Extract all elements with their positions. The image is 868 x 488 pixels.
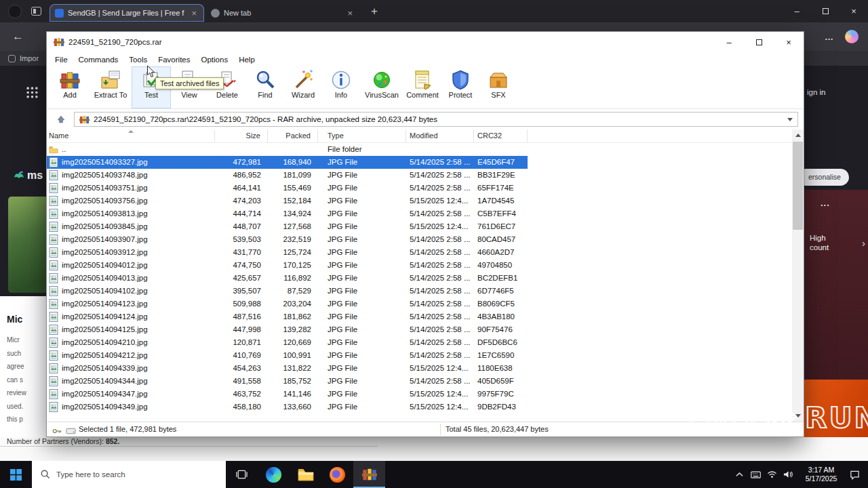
file-row[interactable]: img20250514094349.jpg 458,180 133,660 JP…: [47, 401, 528, 413]
winrar-maximize-button[interactable]: [744, 32, 774, 52]
toolbar-find-button[interactable]: Find: [246, 67, 284, 108]
column-header-crc32[interactable]: CRC32: [474, 129, 528, 142]
file-row[interactable]: img20250514093327.jpg 472,981 168,940 JP…: [47, 156, 528, 169]
column-header-modified[interactable]: Modified: [406, 129, 474, 142]
menu-options[interactable]: Options: [196, 56, 234, 64]
file-row[interactable]: img20250514093912.jpg 431,770 125,724 JP…: [47, 246, 528, 259]
toolbar-sfx-button[interactable]: SFX: [479, 67, 517, 108]
taskbar-edge-button[interactable]: [258, 461, 290, 488]
file-size-cell: 395,507: [215, 285, 268, 298]
browser-profile-avatar[interactable]: [8, 5, 22, 18]
tray-chevron-up-icon[interactable]: [731, 472, 747, 477]
file-row[interactable]: img20250514094124.jpg 487,516 181,862 JP…: [47, 310, 528, 323]
personalise-button[interactable]: ersonalise: [797, 169, 849, 186]
taskbar-winrar-button[interactable]: [353, 461, 385, 488]
file-row[interactable]: img20250514094123.jpg 509,988 203,204 JP…: [47, 298, 528, 310]
file-row[interactable]: img20250514093845.jpg 448,707 127,568 JP…: [47, 220, 528, 233]
chevron-right-icon[interactable]: ›: [862, 237, 865, 249]
toolbar-extract-to-button[interactable]: Extract To: [89, 67, 132, 108]
file-row[interactable]: img20250514094125.jpg 447,998 139,282 JP…: [47, 323, 528, 336]
toolbar-label: Add: [63, 91, 77, 99]
menu-file[interactable]: File: [50, 56, 73, 64]
vertical-scrollbar[interactable]: [792, 129, 804, 422]
file-row[interactable]: img20250514094102.jpg 395,507 87,529 JPG…: [47, 285, 528, 298]
back-button[interactable]: ←: [12, 30, 24, 43]
scroll-down-icon[interactable]: [792, 410, 804, 422]
tab-close-icon[interactable]: ×: [189, 8, 199, 18]
toolbar-comment-button[interactable]: Comment: [403, 67, 441, 108]
file-row[interactable]: img20250514094013.jpg 425,657 116,892 JP…: [47, 272, 528, 285]
volume-icon[interactable]: [780, 470, 796, 479]
scroll-up-icon[interactable]: [792, 129, 804, 141]
toolbar-add-button[interactable]: Add: [51, 67, 89, 108]
column-header-name[interactable]: Name: [47, 129, 215, 142]
menu-commands[interactable]: Commands: [73, 56, 124, 64]
column-header-packed[interactable]: Packed: [268, 129, 318, 142]
toolbar-virusscan-button[interactable]: VirusScan: [360, 67, 403, 108]
toolbar-label: Delete: [216, 91, 238, 99]
file-row[interactable]: .. File folder: [47, 143, 528, 156]
column-header-type[interactable]: Type: [318, 129, 406, 142]
start-button[interactable]: [0, 461, 32, 488]
winrar-minimize-button[interactable]: –: [714, 32, 744, 52]
winrar-close-button[interactable]: ×: [774, 32, 804, 52]
site-logo[interactable]: ms: [14, 169, 43, 182]
file-row[interactable]: img20250514093756.jpg 474,203 152,184 JP…: [47, 195, 528, 207]
browser-close-button[interactable]: ×: [840, 0, 868, 22]
address-combobox[interactable]: 224591_52190_720pcs.rar\224591_52190_720…: [74, 112, 798, 127]
file-row[interactable]: img20250514094012.jpg 474,750 170,125 JP…: [47, 259, 528, 272]
up-one-level-button[interactable]: [52, 112, 70, 127]
taskbar-search[interactable]: Type here to search: [32, 461, 226, 488]
toolbar-info-button[interactable]: Info: [322, 67, 360, 108]
drive-icon: [66, 425, 76, 437]
taskbar-explorer-button[interactable]: [290, 461, 321, 488]
chevron-down-icon[interactable]: [787, 118, 793, 121]
bookmark-import-label[interactable]: Impor: [20, 54, 39, 62]
browser-minimize-button[interactable]: –: [783, 0, 811, 22]
tab-close-icon[interactable]: ×: [345, 8, 355, 18]
article-title: Mic: [7, 314, 52, 325]
file-row[interactable]: img20250514093748.jpg 486,952 181,099 JP…: [47, 169, 528, 182]
touch-keyboard-icon[interactable]: [747, 471, 764, 479]
browser-tab[interactable]: New tab ×: [205, 4, 360, 22]
action-center-icon[interactable]: [846, 470, 863, 480]
file-size-cell: 472,981: [215, 156, 268, 169]
search-icon: [40, 469, 50, 481]
file-row[interactable]: img20250514093813.jpg 444,714 134,924 JP…: [47, 207, 528, 220]
vertical-tabs-icon[interactable]: [31, 7, 41, 16]
toolbar-wizard-button[interactable]: Wizard: [284, 67, 322, 108]
menu-tools[interactable]: Tools: [123, 56, 153, 64]
file-row[interactable]: img20250514094339.jpg 454,263 131,822 JP…: [47, 362, 528, 375]
file-row[interactable]: img20250514094210.jpg 120,871 120,669 JP…: [47, 336, 528, 349]
menu-favorites[interactable]: Favorites: [153, 56, 195, 64]
more-options-icon[interactable]: ...: [821, 198, 830, 208]
apps-grid-icon[interactable]: [26, 86, 39, 102]
toolbar-protect-button[interactable]: Protect: [441, 67, 479, 108]
browser-tab[interactable]: SendGB | Send Large Files | Free f ×: [50, 4, 204, 22]
high-count-link[interactable]: High count: [810, 233, 846, 252]
browser-menu-icon[interactable]: …: [825, 32, 834, 42]
file-row[interactable]: img20250514094212.jpg 410,769 100,991 JP…: [47, 349, 528, 362]
column-header-size[interactable]: Size: [215, 129, 268, 142]
copilot-icon[interactable]: [845, 30, 859, 43]
file-packed-cell: 141,146: [268, 388, 318, 401]
file-row[interactable]: img20250514094347.jpg 463,752 141,146 JP…: [47, 388, 528, 401]
browser-maximize-button[interactable]: [811, 0, 840, 22]
task-view-button[interactable]: [226, 461, 258, 488]
menu-help[interactable]: Help: [233, 56, 260, 64]
file-name-cell: img20250514094344.jpg: [47, 375, 215, 388]
network-icon[interactable]: [764, 470, 780, 479]
taskbar-firefox-button[interactable]: [321, 461, 353, 488]
file-row[interactable]: img20250514093907.jpg 539,503 232,519 JP…: [47, 233, 528, 246]
file-packed-cell: 100,991: [268, 349, 318, 362]
sign-in-button[interactable]: ign in: [807, 88, 826, 96]
new-tab-button[interactable]: +: [368, 5, 380, 18]
taskbar-clock[interactable]: 3:17 AM 5/17/2025: [799, 466, 844, 483]
winrar-titlebar[interactable]: 224591_52190_720pcs.rar – ×: [47, 32, 804, 52]
file-icon: [49, 363, 58, 373]
file-row[interactable]: img20250514094344.jpg 491,558 185,752 JP…: [47, 375, 528, 388]
file-row[interactable]: img20250514093751.jpg 464,141 155,469 JP…: [47, 182, 528, 195]
scrollbar-thumb[interactable]: [793, 142, 803, 230]
article-photo[interactable]: [8, 197, 52, 293]
page-bottom-strip: Number of Partners (Vendors): 852.: [0, 437, 868, 461]
